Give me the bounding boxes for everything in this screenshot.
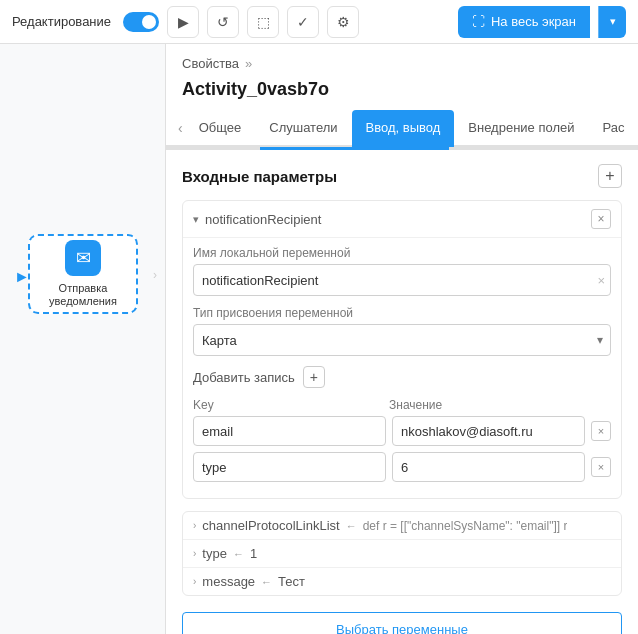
collapsed-param-message[interactable]: › message ← Тест [183,567,621,595]
param-value-type: 1 [250,546,257,561]
content-area: Входные параметры + ▾ notificationRecipi… [166,150,638,634]
node-icon: ✉ [65,240,101,276]
local-var-input[interactable] [193,264,611,296]
expand-icon: ⛶ [472,14,485,29]
add-input-param-button[interactable]: + [598,164,622,188]
breadcrumb-text: Свойства [182,56,239,71]
param-name-type: type [202,546,227,561]
collapsed-param-channel[interactable]: › channelProtocolLinkList ← def r = [["c… [183,512,621,539]
chevron-down-icon: ▾ [193,213,199,226]
param-group-notification-recipient: ▾ notificationRecipient × Имя локальной … [182,200,622,499]
param-group-header[interactable]: ▾ notificationRecipient × [183,201,621,237]
check-button[interactable]: ✓ [287,6,319,38]
right-panel: Свойства » Activity_0vasb7o ‹ Общее Слуш… [166,44,638,634]
param-name-message: message [202,574,255,589]
kv-remove-type-button[interactable]: × [591,457,611,477]
refresh-button[interactable]: ↺ [207,6,239,38]
input-params-header: Входные параметры + [182,164,622,188]
assign-type-select[interactable]: Карта Список Значение [193,324,611,356]
kv-value-header: Значение [389,398,577,412]
chevron-right-icon-channel: › [193,520,196,531]
chevron-right-icon-type: › [193,548,196,559]
param-group-title: ▾ notificationRecipient [193,212,321,227]
add-record-row: Добавить запись + [193,366,611,388]
save-button[interactable]: ⬚ [247,6,279,38]
param-arrow-message: ← [261,576,272,588]
kv-key-input-type[interactable] [193,452,386,482]
flow-arrow-right: › [153,268,157,282]
tab-io[interactable]: Ввод, вывод [352,110,455,147]
kv-key-input-email[interactable] [193,416,386,446]
param-group-close-button[interactable]: × [591,209,611,229]
add-record-label: Добавить запись [193,370,295,385]
param-arrow-channel: ← [346,520,357,532]
main-layout: ► ✉ Отправка уведомления › Свойства » Ac… [0,44,638,634]
fullscreen-dropdown-button[interactable]: ▾ [598,6,626,38]
tabs-prev-button[interactable]: ‹ [176,117,185,139]
param-arrow-type: ← [233,548,244,560]
assign-type-label: Тип присвоения переменной [193,306,611,320]
local-var-section: Имя локальной переменной × Тип присвоени… [183,237,621,498]
param-value-message: Тест [278,574,305,589]
tab-extra[interactable]: Рас [588,110,638,147]
fullscreen-button[interactable]: ⛶ На весь экран [458,6,590,38]
breadcrumb: Свойства » [166,44,638,75]
kv-row-email: × [193,416,611,446]
kv-remove-email-button[interactable]: × [591,421,611,441]
tab-embed[interactable]: Внедрение полей [454,110,588,147]
local-var-label: Имя локальной переменной [193,246,611,260]
chevron-right-icon-message: › [193,576,196,587]
param-group-name: notificationRecipient [205,212,321,227]
tab-listeners[interactable]: Слушатели [255,110,351,147]
canvas-area: ► ✉ Отправка уведомления › [0,44,166,634]
play-button[interactable]: ▶ [167,6,199,38]
local-var-input-wrapper: × [193,264,611,296]
toolbar: Редактирование ▶ ↺ ⬚ ✓ ⚙ ⛶ На весь экран… [0,0,638,44]
input-params-title: Входные параметры [182,168,337,185]
kv-row-type: × [193,452,611,482]
kv-key-header: Key [193,398,381,412]
param-name-channel: channelProtocolLinkList [202,518,339,533]
fullscreen-label: На весь экран [491,14,576,29]
settings-button[interactable]: ⚙ [327,6,359,38]
node-card[interactable]: ✉ Отправка уведомления [28,234,138,314]
edit-label: Редактирование [12,14,111,29]
kv-table: Key Значение × [193,398,611,482]
assign-type-select-wrapper: Карта Список Значение ▾ [193,324,611,356]
tabs-bar: ‹ Общее Слушатели Ввод, вывод Внедрение … [166,110,638,147]
page-title: Activity_0vasb7o [166,75,638,110]
local-var-clear-icon[interactable]: × [597,273,605,288]
kv-value-input-type[interactable] [392,452,585,482]
kv-table-header: Key Значение [193,398,611,412]
edit-toggle[interactable] [123,12,159,32]
tab-general[interactable]: Общее [185,110,256,147]
param-value-channel: def r = [["channelSysName": "email"]] r [363,519,568,533]
node-label: Отправка уведомления [49,282,117,308]
add-record-button[interactable]: + [303,366,325,388]
kv-value-input-email[interactable] [392,416,585,446]
collapsed-param-type[interactable]: › type ← 1 [183,539,621,567]
breadcrumb-separator: » [245,56,252,71]
collapsed-params-container: › channelProtocolLinkList ← def r = [["c… [182,511,622,596]
select-variables-button[interactable]: Выбрать переменные [182,612,622,634]
